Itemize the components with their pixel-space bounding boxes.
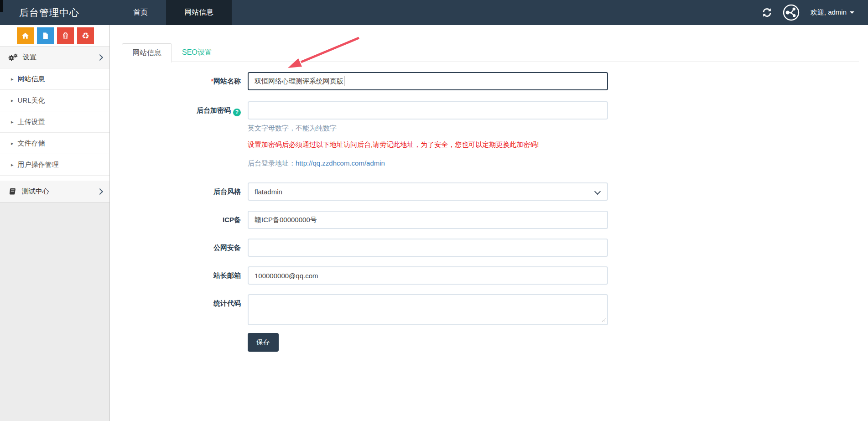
webmaster-email-input[interactable]: 100000000@qq.com (248, 266, 608, 285)
nav-item-home[interactable]: 首页 (115, 0, 166, 25)
nav-item-site-info[interactable]: 网站信息 (166, 0, 232, 25)
sidebar-item-file-storage[interactable]: ▸ 文件存储 (0, 133, 109, 154)
admin-code-label: 后台加密码? (110, 101, 241, 120)
stats-code-label: 统计代码 (110, 294, 241, 312)
triangle-bullet-icon: ▸ (11, 98, 14, 104)
sidebar-empty-area (0, 203, 109, 421)
admin-code-warning: 设置加密码后必须通过以下地址访问后台,请劳记此地址，为了安全，您也可以定期更换此… (248, 140, 539, 150)
recycle-icon: ♻ (82, 31, 89, 40)
login-address-label: 后台登录地址： (248, 159, 296, 167)
sidebar-item-label: 用户操作管理 (18, 161, 59, 169)
sidebar-item-site-info[interactable]: ▸ 网站信息 (0, 68, 109, 90)
icp-value: 赣ICP备00000000号 (255, 216, 317, 224)
window-corner-artifact (0, 0, 3, 12)
save-button[interactable]: 保存 (248, 333, 279, 352)
sidebar-item-url-beautify[interactable]: ▸ URL美化 (0, 90, 109, 111)
sidebar-gap (0, 176, 109, 181)
sidebar-item-label: URL美化 (18, 96, 45, 105)
chevron-down-icon (594, 188, 601, 195)
book-icon (7, 187, 17, 196)
sidebar-item-label: 文件存储 (18, 139, 45, 148)
trash-icon (61, 31, 70, 40)
tabbar-divider (122, 62, 859, 62)
top-navbar: 后台管理中心 首页 网站信息 (0, 0, 868, 25)
sidebar-section-label: 设置 (23, 53, 36, 62)
icp-label: ICP备 (110, 211, 241, 229)
refresh-icon[interactable] (762, 8, 772, 17)
admin-style-value: flatadmin (255, 188, 282, 196)
admin-code-hint: 英文字母数字，不能为纯数字 (248, 123, 337, 133)
welcome-admin-menu[interactable]: 欢迎, admin (811, 8, 854, 17)
sidebar-section-label: 测试中心 (22, 187, 49, 196)
recycle-button[interactable]: ♻ (77, 27, 94, 44)
resize-handle-icon[interactable] (602, 316, 606, 323)
sidebar-item-label: 网站信息 (18, 75, 45, 83)
sidebar-section-test-center[interactable]: 测试中心 (0, 181, 109, 203)
file-icon (42, 31, 49, 40)
text-cursor (344, 76, 344, 86)
welcome-text: 欢迎, admin (811, 8, 847, 17)
admin-page: 后台管理中心 首页 网站信息 (0, 0, 868, 421)
sidebar-section-settings[interactable]: 设置 (0, 47, 109, 68)
triangle-bullet-icon: ▸ (11, 76, 14, 82)
sidebar-item-user-operations[interactable]: ▸ 用户操作管理 (0, 154, 109, 176)
login-address-link[interactable]: http://qq.zzdhcom.com/admin (296, 159, 385, 167)
admin-style-label: 后台风格 (110, 182, 241, 201)
chevron-down-icon (850, 11, 854, 14)
tab-seo-settings[interactable]: SEO设置 (171, 43, 223, 62)
chevron-right-icon (97, 188, 103, 194)
webmaster-email-value: 100000000@qq.com (255, 272, 318, 280)
site-name-input[interactable]: 双恒网络心理测评系统网页版 (248, 72, 608, 90)
triangle-bullet-icon: ▸ (11, 162, 14, 168)
admin-login-address: 后台登录地址：http://qq.zzdhcom.com/admin (248, 158, 385, 168)
gears-icon (7, 53, 18, 62)
webmaster-email-label: 站长邮箱 (110, 266, 241, 285)
site-name-label: *网站名称 (110, 72, 241, 90)
chevron-right-icon (97, 54, 103, 60)
user-avatar-network-icon[interactable] (783, 4, 800, 21)
app-title: 后台管理中心 (19, 0, 115, 25)
main-content: 网站信息 SEO设置 *网站名称 双恒网络心理测评系统网页版 后台加密码? 英文… (110, 25, 868, 421)
sidebar-item-label: 上传设置 (18, 118, 45, 126)
site-name-value: 双恒网络心理测评系统网页版 (255, 77, 343, 86)
tab-site-info[interactable]: 网站信息 (122, 43, 172, 62)
police-record-label: 公网安备 (110, 239, 241, 257)
home-button[interactable] (17, 27, 34, 44)
police-record-input[interactable] (248, 239, 608, 257)
icp-input[interactable]: 赣ICP备00000000号 (248, 211, 608, 229)
triangle-bullet-icon: ▸ (11, 119, 14, 125)
home-icon (21, 31, 30, 40)
question-circle-icon[interactable]: ? (233, 109, 241, 116)
admin-code-input[interactable] (248, 101, 608, 120)
sidebar-item-upload-settings[interactable]: ▸ 上传设置 (0, 111, 109, 133)
stats-code-textarea[interactable] (248, 294, 608, 325)
navbar-right: 欢迎, admin (762, 0, 868, 25)
file-button[interactable] (37, 27, 54, 44)
admin-style-select[interactable]: flatadmin (248, 182, 608, 201)
sidebar: ♻ (0, 25, 110, 421)
trash-button[interactable] (57, 27, 74, 44)
quick-actions-bar: ♻ (0, 25, 109, 47)
triangle-bullet-icon: ▸ (11, 140, 14, 146)
